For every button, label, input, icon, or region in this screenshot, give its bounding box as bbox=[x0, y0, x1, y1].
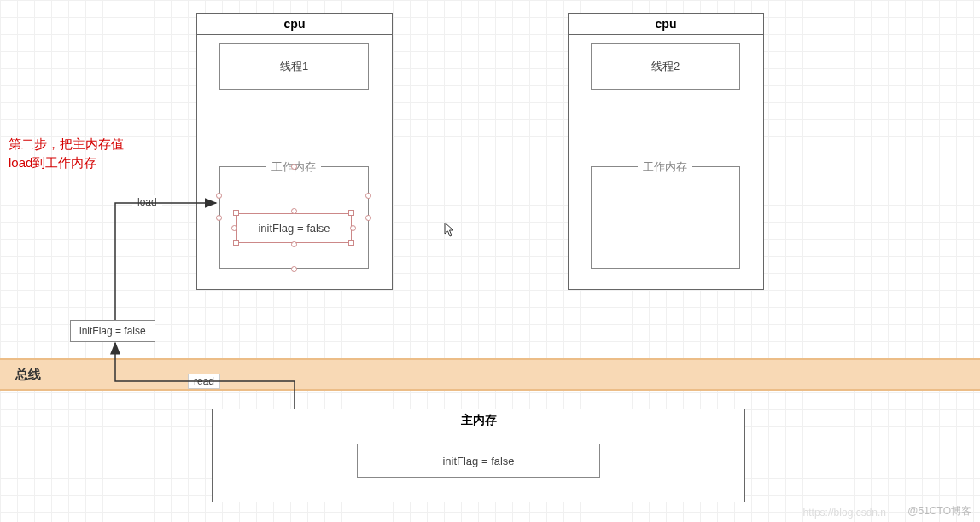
sel-handle[interactable] bbox=[291, 208, 297, 214]
watermark-left: https://blog.csdn.n bbox=[803, 507, 886, 519]
watermark-right: @51CTO博客 bbox=[907, 504, 971, 519]
sel-handle[interactable] bbox=[348, 240, 354, 246]
sel-handle[interactable] bbox=[231, 225, 237, 231]
cpu1-flagbox-text: initFlag = false bbox=[258, 222, 330, 235]
sel-handle[interactable] bbox=[348, 210, 354, 216]
cpu1-flagbox[interactable]: initFlag = false bbox=[236, 213, 352, 243]
cpu2-thread-label: 线程2 bbox=[651, 59, 680, 74]
sel-handle-outer[interactable] bbox=[291, 164, 297, 170]
sel-handle[interactable] bbox=[291, 241, 297, 247]
cpu1-title: cpu bbox=[197, 14, 392, 35]
main-memory-flagbox-text: initFlag = false bbox=[442, 455, 514, 467]
annotation-line2: load到工作内存 bbox=[9, 155, 96, 171]
cpu2-workmem-label: 工作内存 bbox=[638, 160, 692, 175]
read-label: read bbox=[188, 374, 220, 389]
cpu2-thread-box: 线程2 bbox=[591, 43, 740, 90]
sel-handle-outer[interactable] bbox=[365, 215, 371, 221]
cpu2-title: cpu bbox=[569, 14, 763, 35]
cpu1-thread-label: 线程1 bbox=[280, 59, 308, 74]
main-memory-flagbox: initFlag = false bbox=[357, 444, 600, 478]
annotation-line1: 第二步，把主内存值 bbox=[9, 136, 124, 153]
bus-bar: 总线 bbox=[0, 358, 980, 391]
sel-handle[interactable] bbox=[233, 210, 239, 216]
sel-handle[interactable] bbox=[350, 225, 356, 231]
sel-handle-outer[interactable] bbox=[291, 266, 297, 272]
sel-handle[interactable] bbox=[233, 240, 239, 246]
main-memory-title: 主内存 bbox=[213, 409, 744, 432]
cursor-icon bbox=[444, 222, 456, 241]
sel-handle-outer[interactable] bbox=[216, 193, 222, 199]
load-label: load bbox=[132, 195, 162, 209]
sel-handle-outer[interactable] bbox=[216, 215, 222, 221]
bus-label: 总线 bbox=[15, 367, 41, 383]
cpu1-thread-box: 线程1 bbox=[219, 43, 369, 90]
temp-flagbox: initFlag = false bbox=[70, 320, 155, 342]
cpu2-workmem-box bbox=[591, 166, 740, 269]
sel-handle-outer[interactable] bbox=[365, 193, 371, 199]
